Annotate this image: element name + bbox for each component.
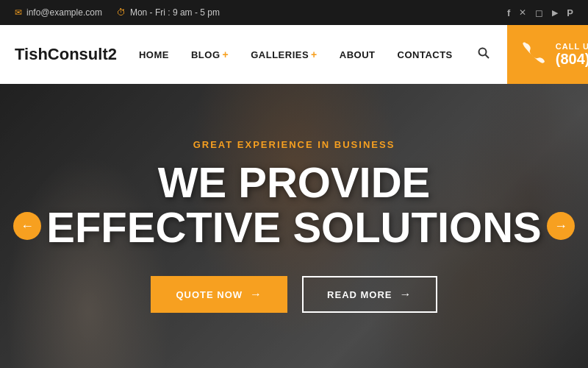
- header: TishConsult2 HOME BLOG + GALLERIES + ABO…: [0, 25, 588, 84]
- carousel-next-button[interactable]: →: [547, 212, 575, 240]
- hero-tagline: GREAT EXPERIENCE IN BUSINESS: [193, 139, 395, 150]
- email-info: ✉ info@example.com: [15, 7, 102, 18]
- top-bar-left: ✉ info@example.com ⏱ Mon - Fri : 9 am - …: [15, 7, 220, 18]
- hours-text: Mon - Fri : 9 am - 5 pm: [130, 7, 220, 18]
- nav-galleries[interactable]: GALLERIES +: [251, 49, 318, 60]
- hours-info: ⏱ Mon - Fri : 9 am - 5 pm: [117, 7, 220, 18]
- call-us-label: CALL US: [556, 42, 588, 51]
- quote-now-button[interactable]: QUOTE NOW →: [151, 276, 287, 313]
- main-nav: HOME BLOG + GALLERIES + ABOUT CONTACTS: [139, 49, 453, 60]
- nav-about[interactable]: ABOUT: [340, 49, 376, 60]
- social-links: f ✕ ◻ ▶ P: [507, 7, 573, 18]
- svg-point-0: [478, 49, 486, 56]
- nav-home-label: HOME: [139, 49, 169, 60]
- nav-contacts-label: CONTACTS: [398, 49, 453, 60]
- nav-about-label: ABOUT: [340, 49, 376, 60]
- read-more-button[interactable]: READ MORE →: [302, 276, 437, 313]
- top-bar: ✉ info@example.com ⏱ Mon - Fri : 9 am - …: [0, 0, 588, 25]
- hero-section: ← GREAT EXPERIENCE IN BUSINESS WE PROVID…: [0, 84, 588, 368]
- quote-now-label: QUOTE NOW: [176, 289, 243, 300]
- youtube-icon[interactable]: ▶: [552, 8, 558, 18]
- arrow-left-icon: ←: [21, 219, 34, 234]
- header-main: TishConsult2 HOME BLOG + GALLERIES + ABO…: [0, 44, 507, 65]
- galleries-plus-icon: +: [311, 49, 318, 60]
- hero-title: WE PROVIDE EFFECTIVE SOLUTIONS: [46, 160, 542, 250]
- hero-title-line1: WE PROVIDE: [46, 160, 542, 205]
- nav-blog[interactable]: BLOG +: [191, 49, 229, 60]
- twitter-x-icon[interactable]: ✕: [519, 7, 526, 18]
- email-icon: ✉: [15, 7, 22, 18]
- phone-block[interactable]: CALL US (804) 359-1337: [507, 25, 588, 84]
- nav-home[interactable]: HOME: [139, 49, 169, 60]
- blog-plus-icon: +: [223, 49, 229, 60]
- phone-text-block: CALL US (804) 359-1337: [556, 42, 588, 68]
- read-more-arrow-icon: →: [400, 288, 412, 301]
- instagram-icon[interactable]: ◻: [535, 7, 543, 18]
- arrow-right-icon: →: [554, 219, 567, 234]
- facebook-icon[interactable]: f: [507, 7, 510, 18]
- logo[interactable]: TishConsult2: [15, 45, 117, 64]
- email-text: info@example.com: [26, 7, 102, 18]
- nav-contacts[interactable]: CONTACTS: [398, 49, 453, 60]
- read-more-label: READ MORE: [327, 289, 392, 300]
- hero-content: GREAT EXPERIENCE IN BUSINESS WE PROVIDE …: [0, 84, 588, 368]
- svg-line-1: [485, 55, 489, 59]
- nav-blog-label: BLOG: [191, 49, 220, 60]
- phone-icon: [522, 40, 545, 69]
- search-button[interactable]: [475, 44, 492, 65]
- nav-galleries-label: GALLERIES: [251, 49, 309, 60]
- hero-title-line2: EFFECTIVE SOLUTIONS: [46, 205, 542, 250]
- phone-number: (804) 359-1337: [556, 51, 588, 68]
- pinterest-icon[interactable]: P: [567, 7, 573, 18]
- clock-icon: ⏱: [117, 7, 126, 18]
- hero-buttons: QUOTE NOW → READ MORE →: [151, 276, 437, 313]
- quote-arrow-icon: →: [250, 288, 262, 301]
- carousel-prev-button[interactable]: ←: [13, 212, 41, 240]
